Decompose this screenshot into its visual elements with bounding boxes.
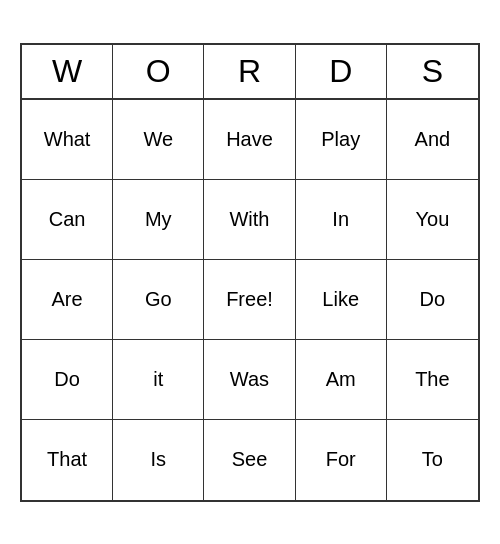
grid-cell-21[interactable]: Is (113, 420, 204, 500)
grid-cell-2[interactable]: Have (204, 100, 295, 180)
grid-cell-20[interactable]: That (22, 420, 113, 500)
bingo-card: WORDS WhatWeHavePlayAndCanMyWithInYouAre… (20, 43, 480, 502)
grid-cell-4[interactable]: And (387, 100, 478, 180)
grid-cell-6[interactable]: My (113, 180, 204, 260)
grid-cell-23[interactable]: For (296, 420, 387, 500)
grid-cell-5[interactable]: Can (22, 180, 113, 260)
bingo-grid: WhatWeHavePlayAndCanMyWithInYouAreGoFree… (22, 100, 478, 500)
grid-cell-3[interactable]: Play (296, 100, 387, 180)
header-letter-o: O (113, 45, 204, 98)
grid-cell-18[interactable]: Am (296, 340, 387, 420)
bingo-header: WORDS (22, 45, 478, 100)
header-letter-w: W (22, 45, 113, 98)
grid-cell-7[interactable]: With (204, 180, 295, 260)
header-letter-r: R (204, 45, 295, 98)
header-letter-s: S (387, 45, 478, 98)
grid-cell-10[interactable]: Are (22, 260, 113, 340)
grid-cell-11[interactable]: Go (113, 260, 204, 340)
grid-cell-13[interactable]: Like (296, 260, 387, 340)
grid-cell-9[interactable]: You (387, 180, 478, 260)
grid-cell-0[interactable]: What (22, 100, 113, 180)
grid-cell-19[interactable]: The (387, 340, 478, 420)
grid-cell-24[interactable]: To (387, 420, 478, 500)
grid-cell-14[interactable]: Do (387, 260, 478, 340)
grid-cell-8[interactable]: In (296, 180, 387, 260)
grid-cell-12[interactable]: Free! (204, 260, 295, 340)
grid-cell-17[interactable]: Was (204, 340, 295, 420)
grid-cell-22[interactable]: See (204, 420, 295, 500)
grid-cell-15[interactable]: Do (22, 340, 113, 420)
grid-cell-16[interactable]: it (113, 340, 204, 420)
grid-cell-1[interactable]: We (113, 100, 204, 180)
header-letter-d: D (296, 45, 387, 98)
